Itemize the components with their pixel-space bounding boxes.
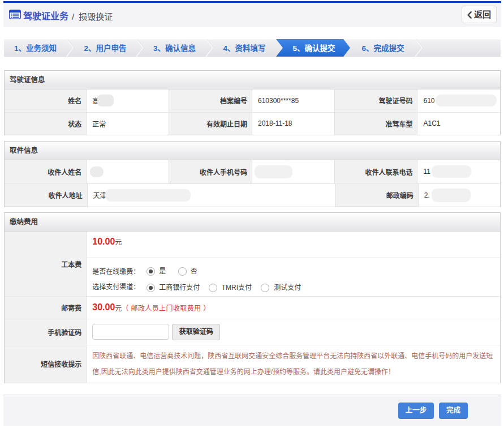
- svg-text:6、完成提交: 6、完成提交: [361, 44, 404, 53]
- svg-text:5、确认提交: 5、确认提交: [292, 44, 335, 53]
- svg-text:2、用户申告: 2、用户申告: [84, 44, 126, 53]
- svg-text:3、确认信息: 3、确认信息: [153, 44, 196, 53]
- svg-text:4、资料填写: 4、资料填写: [223, 44, 265, 53]
- svg-text:1、业务须知: 1、业务须知: [14, 44, 57, 53]
